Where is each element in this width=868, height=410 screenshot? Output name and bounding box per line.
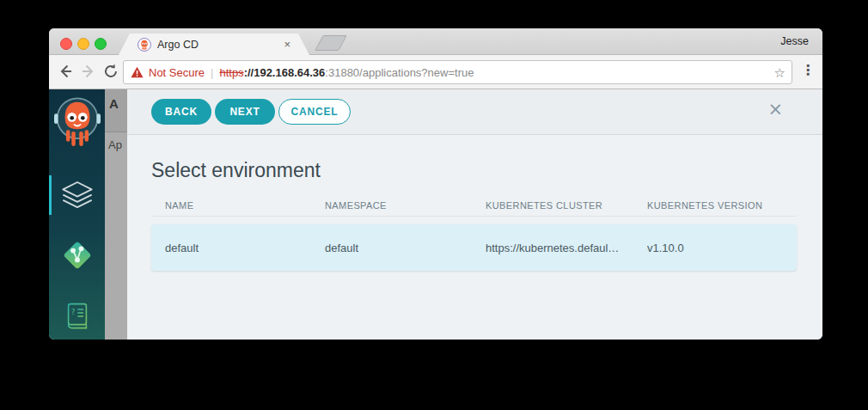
tab-title: Argo CD [157,39,284,51]
sidebar-item-help[interactable]: ? [49,302,105,331]
window-minimize-button[interactable] [77,38,89,50]
url-host: ://192.168.64.36 [244,66,326,79]
reload-icon[interactable] [102,63,119,80]
url-scheme-struck: https [219,66,243,79]
cancel-button[interactable]: CANCEL [278,99,351,125]
wizard-toolbar: BACK NEXT CANCEL × [127,89,822,135]
browser-toolbar: Not Secure | https ://192.168.64.36 :318… [49,55,822,89]
column-header-cluster: KUBERNETES CLUSTER [472,200,633,211]
page-content: ? A Ap BACK NEXT CANCEL × Select environ… [49,89,822,340]
browser-menu-icon[interactable]: ⋮ [801,62,815,78]
browser-tab-argo-cd[interactable]: Argo CD × [119,34,309,55]
help-docs-icon: ? [64,302,91,331]
not-secure-warning-icon [131,66,144,78]
dimmed-background-page: A Ap [105,89,127,340]
argo-octopus-logo-icon [54,95,101,153]
cell-cluster-url: https://kubernetes.defaul… [472,242,633,254]
table-header-row: NAME NAMESPACE KUBERNETES CLUSTER KUBERN… [151,195,797,217]
argo-favicon-icon [138,38,151,52]
new-tab-button[interactable] [315,35,347,51]
svg-text:?: ? [70,308,75,316]
omnibox-separator: | [211,66,213,79]
dimmed-title-fragment: A [109,96,119,111]
browser-titlebar: Argo CD × Jesse [49,28,822,55]
column-header-namespace: NAMESPACE [311,200,472,211]
column-header-version: KUBERNETES VERSION [633,200,797,211]
bookmark-star-icon[interactable]: ☆ [774,66,785,79]
dimmed-text-fragment: Ap [108,138,122,151]
git-repositories-icon [62,240,93,271]
url-path: :31880/applications?new=true [325,66,474,79]
close-icon[interactable]: × [767,101,783,119]
not-secure-label: Not Secure [149,66,205,79]
tab-close-icon[interactable]: × [284,39,290,50]
column-header-name: NAME [151,200,311,211]
page-title: Select environment [151,159,321,182]
cell-name: default [151,242,311,254]
sidebar-item-applications[interactable] [49,181,105,210]
table-row-default-environment[interactable]: default default https://kubernetes.defau… [151,224,797,271]
window-close-button[interactable] [60,38,72,50]
next-button[interactable]: NEXT [215,99,275,125]
back-button[interactable]: BACK [151,99,211,125]
back-icon[interactable] [57,63,74,80]
cell-namespace: default [311,242,472,254]
environments-table: NAME NAMESPACE KUBERNETES CLUSTER KUBERN… [151,195,797,271]
argo-sidebar: ? [49,89,105,340]
window-zoom-button[interactable] [95,38,107,50]
applications-layers-icon [60,181,95,210]
sidebar-item-repositories[interactable] [49,240,105,271]
chrome-profile-name[interactable]: Jesse [780,35,809,47]
cell-kubernetes-version: v1.10.0 [633,242,797,254]
wizard-body: Select environment NAME NAMESPACE KUBERN… [127,135,822,340]
forward-icon[interactable] [80,63,97,80]
new-application-wizard-panel: BACK NEXT CANCEL × Select environment NA… [127,89,822,340]
address-bar[interactable]: Not Secure | https ://192.168.64.36 :318… [123,60,792,84]
browser-window: Argo CD × Jesse Not Secure | [49,28,822,340]
